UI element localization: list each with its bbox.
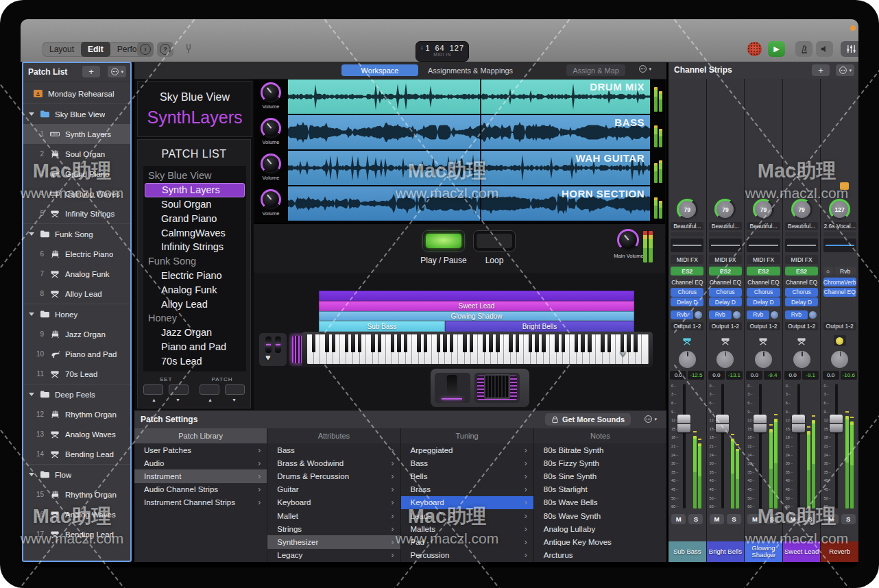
black-key[interactable] [391, 334, 395, 352]
insert-slot-delay-d[interactable]: Delay D [785, 297, 818, 306]
widget-entry-analog-funk[interactable]: Analog Funk [143, 282, 246, 297]
mute-button[interactable]: M [671, 514, 686, 524]
column-header-tuning[interactable]: Tuning [401, 428, 533, 443]
pitch-mod-wheels[interactable] [259, 333, 287, 366]
sidebar-item-jazz-organ[interactable]: 9Jazz Organ [23, 324, 130, 344]
pitch-wheel[interactable] [265, 336, 272, 353]
preset-label[interactable]: Beautiful... [747, 222, 780, 230]
black-key[interactable] [542, 334, 546, 352]
mute-button[interactable]: M [786, 514, 800, 524]
pan-knob[interactable] [717, 351, 734, 368]
add-channel-strip-button[interactable]: + [812, 64, 830, 76]
widget-entry-alloy-lead[interactable]: Alloy Lead [143, 297, 246, 311]
sidebar-item-bending-lead[interactable]: 14Bending Lead [23, 444, 130, 464]
black-key[interactable] [601, 334, 605, 352]
sidebar-item-analog-waves[interactable]: 13Analog Waves [23, 424, 130, 444]
sidebar-item-piano-and-pad[interactable]: 10Piano and Pad [23, 344, 130, 364]
eq-display[interactable] [709, 238, 742, 252]
black-key[interactable] [443, 334, 447, 352]
main-volume-knob[interactable] [617, 229, 639, 251]
pan-knob[interactable] [755, 351, 772, 368]
sidebar-item-synth-layers[interactable]: 1Synth Layers [23, 124, 130, 144]
patch-previous-button[interactable] [200, 384, 219, 395]
preset-label[interactable]: 2.6s Vocal... [823, 222, 856, 230]
preset-label[interactable]: Beautiful... [709, 222, 742, 230]
audio-output-button[interactable] [816, 41, 833, 57]
library-item-bells[interactable]: Bells› [401, 469, 533, 482]
workspace-action-menu[interactable]: ▾ [638, 64, 651, 73]
strip-gain-knob[interactable]: 79 [677, 199, 698, 220]
sidebar-item-sky-blue-view[interactable]: Sky Blue View [23, 103, 130, 124]
sidebar-item-soul-organ[interactable]: 2Soul Organ [23, 144, 130, 164]
layer-sweet-lead[interactable]: Sweet Lead [319, 301, 634, 311]
instrument-slot[interactable]: ES2 [747, 267, 780, 275]
black-key[interactable] [371, 334, 375, 352]
black-key[interactable] [607, 334, 612, 352]
strip-gain-knob[interactable]: 79 [791, 199, 812, 220]
mute-button[interactable]: M [710, 514, 724, 524]
sidebar-item-analog-waves[interactable]: 16Analog Waves [23, 504, 130, 524]
insert-slot-chromaverb[interactable]: ChromaVerb [823, 278, 856, 286]
fader-cap[interactable] [716, 415, 729, 432]
sidebar-item-analog-funk[interactable]: 7Analog Funk [23, 264, 130, 284]
sidebar-item-infinity-strings[interactable]: 5Infinity Strings [23, 204, 130, 223]
patch-next-button[interactable] [225, 384, 245, 395]
library-item-80s-fizzy-synth[interactable]: 80s Fizzy Synth [534, 456, 666, 469]
black-key[interactable] [450, 334, 454, 352]
column-header-notes[interactable]: Notes [534, 428, 666, 443]
output-slot[interactable]: Output 1-2 [823, 322, 856, 330]
insert-slot-channel-eq[interactable]: Channel EQ [747, 278, 780, 286]
insert-slot-channel-eq[interactable]: Channel EQ [785, 278, 818, 286]
library-item-leads[interactable]: Leads› [401, 509, 533, 522]
insert-slot-chorus[interactable]: Chorus [671, 288, 703, 297]
set-next-button[interactable] [169, 384, 189, 395]
send-knob[interactable] [771, 311, 778, 319]
tab-assignments-mappings[interactable]: Assignments & Mappings [428, 64, 513, 76]
black-key[interactable] [516, 334, 520, 352]
widget-entry-grand-piano[interactable]: Grand Piano [143, 211, 246, 225]
widget-entry-calmngwaves[interactable]: CalmngWaves [143, 225, 246, 240]
track-volume-knob[interactable] [261, 82, 281, 103]
widget-entry-70s-lead[interactable]: 70s Lead [143, 354, 246, 368]
input-slot[interactable]: Rvb [834, 267, 856, 275]
loop-button[interactable] [473, 230, 516, 252]
sidebar-item-alloy-lead[interactable]: 8Alloy Lead [23, 284, 130, 304]
info-button[interactable]: i [137, 42, 154, 57]
eq-display[interactable] [785, 238, 818, 252]
insert-slot-chorus[interactable]: Chorus [709, 288, 742, 297]
preset-label[interactable]: Beautiful... [785, 222, 818, 230]
send-knob[interactable] [695, 311, 702, 319]
send-knob[interactable] [809, 311, 817, 319]
pan-knob[interactable] [793, 351, 810, 368]
library-item-bass[interactable]: Bass› [401, 456, 533, 469]
insert-slot-chorus[interactable]: Chorus [747, 288, 780, 297]
output-slot[interactable]: Output 1-2 [785, 322, 818, 330]
channel-strips-action-menu[interactable]: ▾ [836, 64, 854, 76]
column-header-attributes[interactable]: Attributes [267, 428, 400, 443]
output-slot[interactable]: Output 1-2 [709, 322, 742, 330]
pan-knob[interactable] [679, 351, 696, 368]
black-key[interactable] [509, 334, 513, 352]
insert-slot-delay-d[interactable]: Delay D [747, 297, 780, 306]
column-header-patch-library[interactable]: Patch Library [134, 428, 267, 443]
black-key[interactable] [555, 334, 559, 352]
black-key[interactable] [378, 334, 382, 352]
sidebar-item-bending-lead[interactable]: 17Bending Lead [23, 524, 130, 544]
black-key[interactable] [424, 334, 428, 352]
send-slot[interactable]: Rvb [709, 310, 732, 319]
fader-cap[interactable] [830, 415, 843, 432]
play-button[interactable]: ▶ [768, 41, 785, 57]
send-slot[interactable]: Rvb [747, 310, 769, 319]
widget-entry-electric-piano[interactable]: Electric Piano [143, 269, 246, 283]
set-previous-button[interactable] [143, 384, 163, 395]
piano-keyboard[interactable] [307, 334, 649, 364]
sidebar-item-grand-piano[interactable]: 3Grand Piano [23, 164, 130, 184]
sidebar-item-rhythm-organ[interactable]: 15Rhythm Organ [23, 485, 130, 504]
instrument-slot[interactable]: ES2 [671, 267, 703, 275]
black-key[interactable] [634, 334, 638, 352]
layer-top[interactable] [319, 291, 634, 301]
tab-workspace[interactable]: Workspace [341, 64, 418, 76]
channel-strips-toggle-button[interactable] [841, 41, 858, 57]
insert-slot-channel-eq[interactable]: Channel EQ [823, 288, 856, 297]
track-volume-knob[interactable] [261, 154, 281, 174]
